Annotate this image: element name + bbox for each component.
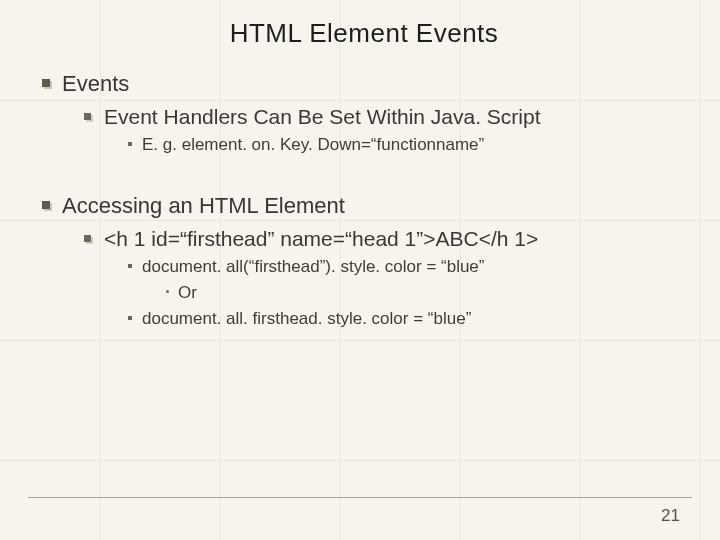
bullet-text: E. g. element. on. Key. Down=“functionna…	[142, 135, 484, 154]
bullet-text: Event Handlers Can Be Set Within Java. S…	[104, 105, 541, 128]
bullet-text: Events	[62, 71, 129, 96]
bullet-text: document. all(“firsthead”). style. color…	[142, 257, 485, 276]
bullet-event-handlers: Event Handlers Can Be Set Within Java. S…	[82, 103, 688, 157]
bullet-text: <h 1 id=“firsthead” name=“head 1”>ABC</h…	[104, 227, 538, 250]
bullet-example-onkeydown: E. g. element. on. Key. Down=“functionna…	[126, 134, 688, 157]
bullet-text: Accessing an HTML Element	[62, 193, 345, 218]
bullet-text: document. all. firsthead. style. color =…	[142, 309, 471, 328]
slide-title: HTML Element Events	[40, 18, 688, 49]
bullet-or: Or	[164, 282, 688, 305]
divider	[28, 497, 692, 498]
bullet-doc-all-call: document. all(“firsthead”). style. color…	[126, 256, 688, 305]
bullet-events: Events Event Handlers Can Be Set Within …	[40, 69, 688, 157]
bullet-doc-all-prop: document. all. firsthead. style. color =…	[126, 308, 688, 331]
bullet-text: Or	[178, 283, 197, 302]
slide: HTML Element Events Events Event Handler…	[0, 0, 720, 540]
page-number: 21	[661, 506, 680, 526]
bullet-accessing-element: Accessing an HTML Element <h 1 id=“first…	[40, 191, 688, 331]
bullet-h1-snippet: <h 1 id=“firsthead” name=“head 1”>ABC</h…	[82, 225, 688, 331]
bullet-list: Events Event Handlers Can Be Set Within …	[40, 69, 688, 331]
